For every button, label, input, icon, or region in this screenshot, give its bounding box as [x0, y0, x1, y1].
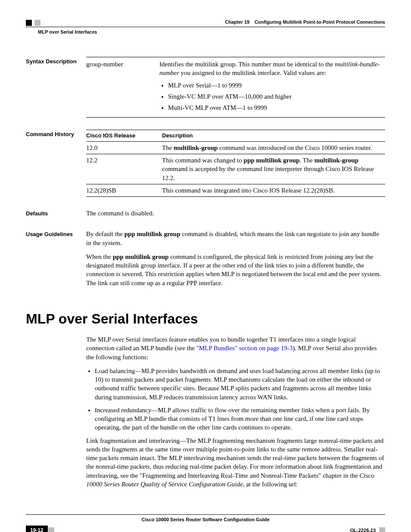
usage-para-1: By default the ppp multilink group comma…	[86, 230, 385, 247]
feature-bullets: Load balancing—MLP provides bandwidth on…	[86, 367, 385, 432]
usage-label: Usage Guidelines	[26, 230, 86, 292]
syntax-desc-pre: Identifies the multilink group. This num…	[159, 61, 335, 68]
defaults-label: Defaults	[26, 209, 86, 218]
syntax-bullet: MLP over Serial—1 to 9999	[168, 81, 385, 90]
footer-right: OL-2226-23	[350, 527, 385, 532]
page-title: MLP over Serial Interfaces	[26, 310, 385, 328]
history-desc: This command was integrated into Cisco I…	[162, 184, 385, 196]
history-label: Command History	[26, 130, 86, 197]
chapter-number: Chapter 19	[225, 19, 249, 25]
history-col-release: Cisco IOS Release	[86, 130, 162, 142]
history-release: 12.2(28)SB	[86, 184, 162, 196]
defaults-text: The command is disabled.	[86, 209, 385, 218]
history-table: Cisco IOS Release Description 12.0 The m…	[86, 130, 385, 197]
footer-doc-title: Cisco 10000 Series Router Software Confi…	[26, 516, 385, 523]
header-marker-dark	[26, 20, 32, 26]
syntax-desc-post: you assigned to the multilink interface.…	[179, 69, 326, 76]
page-header: Chapter 19 Configuring Multilink Point-t…	[26, 17, 385, 27]
syntax-bullets: MLP over Serial—1 to 9999 Single-VC MLP …	[159, 81, 385, 112]
syntax-description: Identifies the multilink group. This num…	[159, 60, 385, 115]
footer-left: 19-12	[26, 526, 54, 532]
footer-marker	[379, 527, 385, 532]
history-release: 12.2	[86, 154, 162, 184]
syntax-param: group-number	[86, 60, 159, 115]
doc-number: OL-2226-23	[350, 527, 376, 532]
history-desc: The multilink-group command was introduc…	[162, 141, 385, 154]
usage-para-2: When the ppp multilink group command is …	[86, 252, 385, 287]
syntax-bullet: Multi-VC MLP over ATM—1 to 9999	[168, 103, 385, 112]
breadcrumb: MLP over Serial Interfaces	[38, 29, 385, 35]
table-row: 12.0 The multilink-group command was int…	[86, 141, 385, 154]
usage-guidelines-section: Usage Guidelines By default the ppp mult…	[26, 230, 385, 292]
syntax-bullet: Single-VC MLP over ATM—10,000 and higher	[168, 92, 385, 101]
syntax-description-section: Syntax Description group-number Identifi…	[26, 57, 385, 118]
footer-marker	[48, 527, 54, 532]
table-row: 12.2 This command was changed to ppp mul…	[86, 154, 385, 184]
defaults-section: Defaults The command is disabled.	[26, 209, 385, 218]
chapter-title: Configuring Multilink Point-to-Point Pro…	[255, 19, 385, 25]
list-item: Load balancing—MLP provides bandwidth on…	[95, 367, 385, 401]
cross-ref-link[interactable]: "MLP Bundles" section on page 19-3	[196, 345, 293, 352]
chapter-heading: Chapter 19 Configuring Multilink Point-t…	[225, 17, 385, 26]
table-row: 12.2(28)SB This command was integrated i…	[86, 184, 385, 196]
syntax-label: Syntax Description	[26, 57, 86, 118]
fragmentation-para: Link fragmentation and interleaving—The …	[86, 436, 385, 489]
page-footer: Cisco 10000 Series Router Software Confi…	[26, 514, 385, 532]
page-number: 19-12	[26, 526, 48, 532]
intro-para: The MLP over Serial interfaces feature e…	[86, 335, 385, 361]
history-desc: This command was changed to ppp multilin…	[162, 154, 385, 184]
body-content: The MLP over Serial interfaces feature e…	[86, 335, 385, 488]
history-col-desc: Description	[162, 130, 385, 142]
list-item: Increased redundancy—MLP allows traffic …	[95, 406, 385, 432]
header-marker-light	[34, 20, 40, 26]
command-history-section: Command History Cisco IOS Release Descri…	[26, 130, 385, 197]
history-release: 12.0	[86, 141, 162, 154]
